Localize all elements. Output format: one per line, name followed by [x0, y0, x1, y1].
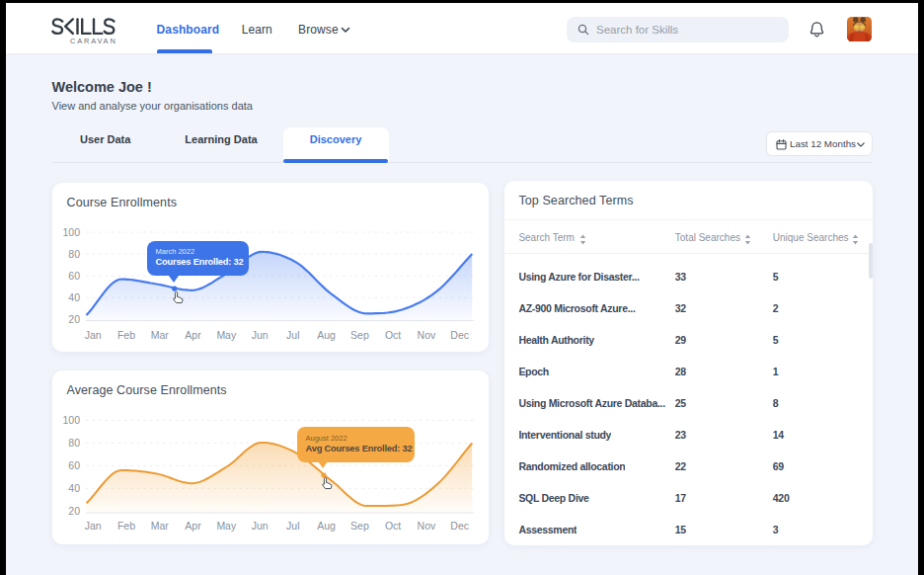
svg-text:Jul: Jul	[286, 520, 299, 532]
svg-text:Jan: Jan	[84, 328, 101, 340]
svg-text:Sep: Sep	[350, 520, 369, 532]
svg-text:Mar: Mar	[150, 520, 169, 532]
svg-text:40: 40	[68, 482, 80, 494]
svg-text:Sep: Sep	[350, 328, 369, 340]
svg-text:60: 60	[68, 459, 80, 471]
svg-text:100: 100	[62, 414, 80, 426]
svg-text:80: 80	[68, 247, 80, 259]
svg-text:Oct: Oct	[384, 328, 400, 340]
svg-text:May: May	[216, 328, 237, 340]
svg-text:Feb: Feb	[116, 520, 134, 532]
svg-text:May: May	[216, 520, 237, 532]
svg-text:CARAVAN: CARAVAN	[70, 37, 117, 45]
svg-text:80: 80	[68, 437, 80, 449]
svg-text:Nov: Nov	[417, 520, 435, 532]
svg-text:Jul: Jul	[286, 328, 299, 340]
svg-text:Dec: Dec	[450, 520, 469, 532]
svg-text:Jan: Jan	[84, 520, 101, 532]
svg-text:40: 40	[68, 290, 80, 302]
svg-text:Aug: Aug	[317, 328, 336, 340]
svg-text:Aug: Aug	[317, 520, 336, 532]
svg-text:Oct: Oct	[384, 520, 400, 532]
svg-text:Jun: Jun	[251, 520, 268, 532]
svg-text:Nov: Nov	[417, 328, 435, 340]
svg-text:Mar: Mar	[150, 328, 169, 340]
svg-text:60: 60	[68, 269, 80, 281]
svg-text:Apr: Apr	[185, 328, 201, 340]
svg-text:Apr: Apr	[185, 520, 201, 532]
svg-text:20: 20	[68, 312, 80, 324]
svg-text:100: 100	[62, 225, 80, 237]
svg-text:Jun: Jun	[251, 328, 268, 340]
svg-text:20: 20	[68, 505, 80, 517]
svg-text:Feb: Feb	[116, 328, 134, 340]
svg-text:Dec: Dec	[450, 328, 469, 340]
